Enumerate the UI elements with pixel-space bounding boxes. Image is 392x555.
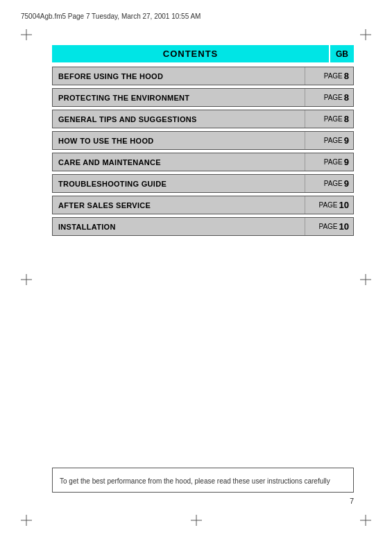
table-row: AFTER SALES SERVICEPAGE 10 bbox=[52, 196, 354, 214]
table-row: HOW TO USE THE HOODPAGE 9 bbox=[52, 131, 354, 150]
row-page-label: PAGE bbox=[324, 158, 343, 166]
contents-gb-label: GB bbox=[336, 49, 348, 59]
row-page-number: 9 bbox=[344, 178, 349, 189]
row-page-number: 8 bbox=[344, 114, 349, 124]
row-page-cell: PAGE 8 bbox=[305, 89, 353, 106]
row-label-text: CARE AND MAINTENANCE bbox=[58, 158, 161, 166]
row-page-cell: PAGE 9 bbox=[305, 175, 353, 192]
row-page-label: PAGE bbox=[324, 137, 343, 144]
table-row: BEFORE USING THE HOODPAGE 8 bbox=[52, 67, 354, 85]
crosshair-top-left bbox=[21, 29, 32, 40]
row-page-label: PAGE bbox=[318, 201, 337, 209]
row-page-cell: PAGE 10 bbox=[305, 218, 353, 235]
crosshair-bottom-right bbox=[360, 515, 371, 526]
crosshair-top-right bbox=[360, 29, 371, 40]
row-page-number: 10 bbox=[339, 200, 349, 210]
row-page-number: 9 bbox=[344, 135, 349, 146]
row-page-cell: PAGE 9 bbox=[305, 153, 353, 171]
row-label-text: AFTER SALES SERVICE bbox=[58, 201, 151, 210]
row-label-text: HOW TO USE THE HOOD bbox=[58, 137, 154, 145]
row-page-label: PAGE bbox=[324, 180, 343, 187]
contents-title: CONTENTS bbox=[163, 49, 219, 59]
row-page-cell: PAGE 9 bbox=[305, 132, 353, 149]
row-label-text: TROUBLESHOOTING GUIDE bbox=[58, 180, 167, 188]
row-page-number: 9 bbox=[344, 157, 349, 167]
contents-gb-cell: GB bbox=[330, 45, 354, 62]
row-label-text: BEFORE USING THE HOOD bbox=[58, 72, 163, 80]
row-label-cell: TROUBLESHOOTING GUIDE bbox=[53, 175, 305, 192]
row-page-cell: PAGE 8 bbox=[305, 67, 353, 85]
table-row: GENERAL TIPS AND SUGGESTIONSPAGE 8 bbox=[52, 110, 354, 128]
row-page-cell: PAGE 10 bbox=[305, 196, 353, 214]
row-label-cell: CARE AND MAINTENANCE bbox=[53, 153, 305, 171]
row-label-text: INSTALLATION bbox=[58, 223, 116, 231]
header-bar: 75004Agb.fm5 Page 7 Tuesday, March 27, 2… bbox=[21, 12, 371, 20]
row-page-number: 10 bbox=[339, 221, 349, 232]
row-label-cell: HOW TO USE THE HOOD bbox=[53, 132, 305, 149]
content-area: CONTENTS GB BEFORE USING THE HOODPAGE 8P… bbox=[52, 45, 354, 239]
row-label-cell: INSTALLATION bbox=[53, 218, 305, 235]
crosshair-mid-left bbox=[21, 274, 32, 285]
crosshair-mid-right bbox=[360, 274, 371, 285]
row-page-label: PAGE bbox=[324, 94, 343, 101]
row-page-cell: PAGE 8 bbox=[305, 110, 353, 128]
page-number: 7 bbox=[350, 497, 354, 505]
row-label-text: PROTECTING THE ENVIRONMENT bbox=[58, 94, 189, 102]
table-row: CARE AND MAINTENANCEPAGE 9 bbox=[52, 153, 354, 171]
table-row: TROUBLESHOOTING GUIDEPAGE 9 bbox=[52, 174, 354, 193]
bottom-note-box: To get the best performance from the hoo… bbox=[52, 468, 354, 493]
row-label-text: GENERAL TIPS AND SUGGESTIONS bbox=[58, 115, 197, 123]
row-label-cell: PROTECTING THE ENVIRONMENT bbox=[53, 89, 305, 106]
page: 75004Agb.fm5 Page 7 Tuesday, March 27, 2… bbox=[0, 0, 392, 555]
crosshair-bottom-mid bbox=[191, 515, 202, 526]
table-row: PROTECTING THE ENVIRONMENTPAGE 8 bbox=[52, 88, 354, 107]
row-label-cell: BEFORE USING THE HOOD bbox=[53, 67, 305, 85]
row-page-number: 8 bbox=[344, 92, 349, 103]
bottom-note-text: To get the best performance from the hoo… bbox=[60, 477, 330, 485]
row-page-label: PAGE bbox=[324, 115, 343, 123]
contents-header-row: CONTENTS GB bbox=[52, 45, 354, 62]
header-filename: 75004Agb.fm5 Page 7 Tuesday, March 27, 2… bbox=[21, 12, 201, 20]
row-page-label: PAGE bbox=[318, 223, 337, 230]
contents-title-cell: CONTENTS bbox=[52, 45, 329, 62]
row-label-cell: AFTER SALES SERVICE bbox=[53, 196, 305, 214]
table-rows: BEFORE USING THE HOODPAGE 8PROTECTING TH… bbox=[52, 67, 354, 236]
crosshair-bottom-left bbox=[21, 515, 32, 526]
row-page-label: PAGE bbox=[324, 72, 343, 80]
table-row: INSTALLATIONPAGE 10 bbox=[52, 217, 354, 236]
row-label-cell: GENERAL TIPS AND SUGGESTIONS bbox=[53, 110, 305, 128]
row-page-number: 8 bbox=[344, 71, 349, 81]
